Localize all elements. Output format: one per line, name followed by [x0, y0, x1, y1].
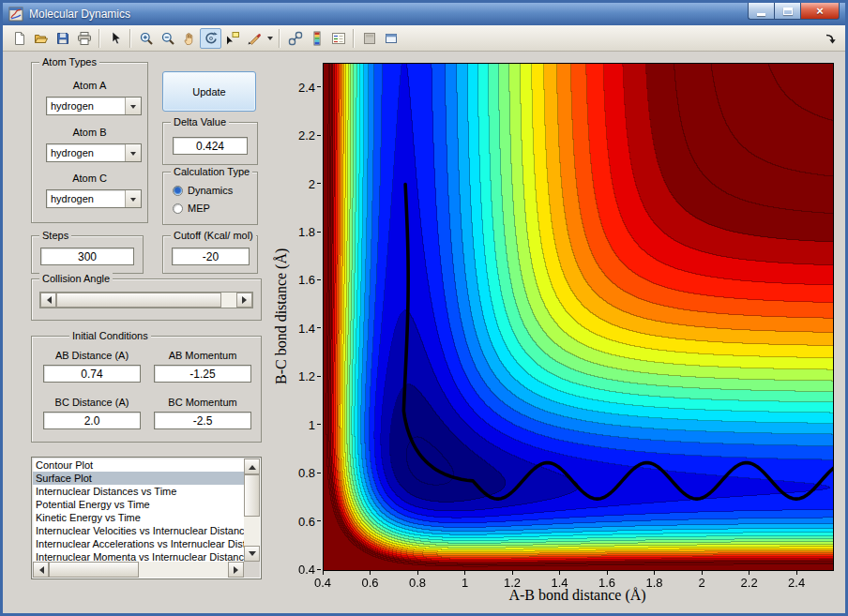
- x-tick-mark: [323, 571, 324, 575]
- toolbar-pan[interactable]: [178, 28, 200, 49]
- toolbar-rotate-3d[interactable]: [200, 28, 221, 49]
- y-tick-label: 2: [283, 177, 315, 191]
- x-tick-label: 2.2: [734, 576, 765, 590]
- toolbar-separator: [98, 29, 100, 48]
- y-tick-mark: [317, 279, 321, 280]
- dock-arrow-icon: [824, 32, 838, 46]
- x-tick-label: 1.8: [639, 576, 671, 590]
- x-tick-mark: [796, 571, 797, 575]
- x-tick-mark: [654, 571, 655, 575]
- toolbar-separator: [129, 29, 131, 48]
- x-tick-label: 0.6: [355, 576, 386, 590]
- zoom-out-icon: [160, 31, 175, 46]
- toolbar-save-figure[interactable]: [52, 28, 73, 49]
- x-tick-label: 1.2: [496, 576, 528, 590]
- x-tick-mark: [702, 571, 703, 575]
- window-title: Molecular Dynamics: [29, 8, 130, 21]
- contour-chart: A-B bond distance (Å) B-C bond distance …: [3, 52, 845, 613]
- maximize-button[interactable]: [774, 3, 800, 20]
- toolbar-insert-colorbar[interactable]: [306, 28, 327, 49]
- link-plot-icon: [288, 31, 303, 46]
- y-tick-mark: [317, 327, 321, 328]
- app-window: Molecular Dynamics × At: [0, 0, 848, 616]
- x-tick-label: 2.4: [780, 576, 812, 590]
- y-tick-label: 1.4: [283, 322, 315, 336]
- x-tick-mark: [559, 571, 560, 575]
- y-tick-label: 1: [283, 418, 315, 432]
- y-tick-label: 2.2: [283, 128, 315, 143]
- open-file-icon: [34, 31, 49, 46]
- toolbar-separator: [279, 29, 280, 48]
- brush-dropdown-button[interactable]: [265, 28, 275, 49]
- toolbar-dock-figure[interactable]: [380, 28, 401, 49]
- save-figure-icon: [55, 31, 70, 46]
- y-tick-label: 2.4: [283, 81, 315, 95]
- y-tick-mark: [317, 424, 321, 425]
- toolbar-new-figure[interactable]: [8, 28, 30, 49]
- y-tick-mark: [317, 473, 321, 473]
- toolbar-separator: [353, 29, 355, 48]
- window-icon: [8, 7, 23, 22]
- close-icon: ×: [816, 4, 824, 18]
- y-tick-mark: [317, 86, 321, 87]
- edit-plot-icon: [108, 31, 123, 46]
- chevron-down-icon: [267, 37, 273, 43]
- y-tick-mark: [317, 183, 321, 184]
- y-tick-mark: [317, 135, 321, 136]
- x-tick-label: 0.8: [401, 576, 433, 590]
- y-tick-mark: [317, 520, 321, 521]
- window-controls: ×: [748, 3, 840, 20]
- figure-client-area: Atom Types Atom A hydrogen Atom B hydrog…: [3, 52, 845, 613]
- titlebar[interactable]: Molecular Dynamics ×: [3, 3, 845, 25]
- x-tick-mark: [464, 571, 465, 575]
- toolbar-link-plot[interactable]: [284, 28, 306, 49]
- toolbar-edit-plot[interactable]: [104, 28, 126, 49]
- insert-legend-icon: [331, 31, 346, 46]
- x-tick-label: 0.4: [307, 576, 339, 590]
- pan-hand-icon: [182, 31, 197, 46]
- brush-icon: [247, 31, 262, 46]
- toolbar-print-figure[interactable]: [73, 28, 95, 49]
- insert-colorbar-icon: [310, 31, 325, 46]
- data-cursor-icon: [225, 31, 240, 46]
- print-figure-icon: [77, 31, 92, 46]
- y-tick-label: 0.4: [283, 563, 315, 577]
- x-tick-mark: [370, 571, 371, 575]
- dock-figure-corner-button[interactable]: [824, 32, 838, 50]
- y-tick-label: 0.6: [283, 515, 315, 529]
- x-tick-label: 1.4: [544, 576, 576, 590]
- maximize-icon: [783, 8, 793, 15]
- minimize-icon: [757, 13, 765, 16]
- x-tick-label: 1: [449, 576, 481, 590]
- y-tick-mark: [317, 232, 321, 233]
- y-tick-label: 1.8: [283, 225, 315, 239]
- minimize-button[interactable]: [748, 3, 774, 20]
- close-button[interactable]: ×: [800, 3, 840, 20]
- y-tick-label: 0.8: [283, 466, 315, 480]
- y-tick-mark: [317, 376, 321, 377]
- y-tick-mark: [317, 569, 321, 570]
- rotate-3d-icon: [204, 31, 219, 46]
- x-tick-mark: [749, 571, 750, 575]
- toolbar-zoom-out[interactable]: [157, 28, 178, 49]
- toolbar-zoom-in[interactable]: [135, 28, 157, 49]
- toolbar-data-cursor[interactable]: [221, 28, 243, 49]
- x-tick-mark: [512, 571, 513, 575]
- dock-figure-icon: [384, 31, 399, 46]
- toolbar-brush-data[interactable]: [243, 28, 265, 49]
- toolbar-hide-plot-tools[interactable]: [358, 28, 380, 49]
- x-tick-label: 1.6: [591, 576, 623, 590]
- toolbar-insert-legend[interactable]: [327, 28, 349, 49]
- new-figure-icon: [12, 31, 27, 46]
- x-tick-mark: [607, 571, 608, 575]
- figure-toolbar: [3, 25, 845, 52]
- zoom-in-icon: [139, 31, 154, 46]
- hide-plot-tools-icon: [362, 31, 377, 46]
- y-tick-label: 1.2: [283, 369, 315, 383]
- x-tick-label: 2: [686, 576, 718, 590]
- y-tick-label: 1.6: [283, 273, 315, 287]
- x-tick-mark: [417, 571, 418, 575]
- contour-plot-canvas[interactable]: [323, 63, 834, 571]
- toolbar-open-file[interactable]: [30, 28, 52, 49]
